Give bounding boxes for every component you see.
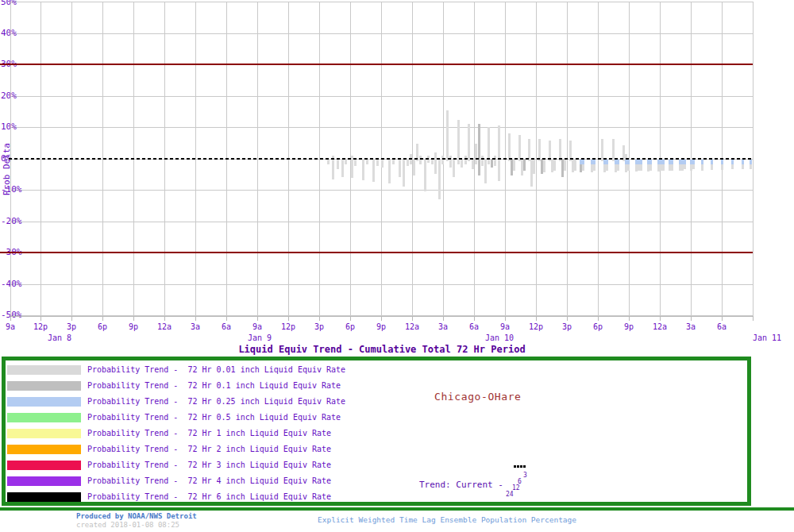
probability-delta-bar-blue-cap: [692, 160, 695, 164]
probability-delta-bar: [372, 159, 375, 182]
legend-item-label: Probability Trend - 72 Hr 0.01 inch Liqu…: [87, 365, 345, 375]
probability-delta-bar: [478, 124, 480, 175]
chart-title: Liquid Equiv Trend - Cumulative Total 72…: [238, 344, 525, 355]
probability-delta-bar: [481, 156, 484, 166]
day-label: Jan 11: [753, 333, 781, 342]
legend-item-label: Probability Trend - 72 Hr 0.5 inch Liqui…: [87, 413, 341, 422]
probability-delta-bar: [461, 159, 463, 168]
reference-line-30pct: [0, 64, 753, 65]
probability-delta-bar: [424, 159, 426, 191]
probability-delta-bar: [354, 159, 357, 166]
legend-item-label: Probability Trend - 72 Hr 0.25 inch Liqu…: [87, 397, 345, 407]
x-axis-tick-label: 9p: [129, 322, 138, 331]
y-axis-label: Prob Delta: [2, 143, 12, 195]
probability-delta-bar: [494, 156, 496, 166]
legend-swatch: [7, 413, 81, 422]
legend-swatch: [7, 397, 81, 407]
trend-dot-icon: [523, 465, 526, 468]
probability-delta-bar: [381, 159, 384, 168]
day-label: Jan 8: [48, 333, 71, 342]
probability-delta-bar: [475, 144, 477, 164]
trend-current-label: Trend: Current -: [419, 480, 503, 490]
probability-delta-bar: [464, 156, 467, 164]
probability-delta-bar: [434, 152, 437, 174]
x-axis-tick-label: 9a: [252, 322, 262, 331]
y-axis-tick-label: 10%: [1, 122, 17, 131]
x-axis-tick-mark: [753, 316, 754, 321]
probability-delta-bar-blue-cap: [671, 160, 673, 164]
legend-item-label: Probability Trend - 72 Hr 1 inch Liquid …: [87, 429, 331, 438]
y-axis-tick-label: 40%: [1, 29, 17, 37]
probability-delta-bar: [337, 159, 339, 169]
probability-delta-bar-blue-cap: [684, 160, 686, 164]
probability-delta-bar-blue-cap: [711, 160, 713, 164]
legend-swatch: [7, 492, 81, 502]
footer-created-timestamp: created 2018-01-08 08:25: [76, 521, 179, 529]
legend-item-label: Probability Trend - 72 Hr 6 inch Liquid …: [87, 492, 331, 502]
probability-delta-bar-blue-cap: [606, 160, 608, 164]
x-axis-tick-label: 3a: [686, 322, 696, 331]
trend-hour-number: 24: [506, 492, 514, 498]
footer-produced-by: Produced by NOAA/NWS Detroit: [76, 512, 197, 520]
x-axis-tick-label: 9p: [624, 322, 634, 331]
x-axis-tick-label: 3a: [191, 322, 200, 331]
probability-delta-bar: [446, 110, 449, 161]
trend-dot-icon: [514, 465, 516, 468]
legend-swatch: [7, 445, 81, 454]
x-axis-tick-label: 6p: [345, 322, 355, 331]
probability-delta-bar: [574, 159, 576, 171]
probability-delta-bar: [403, 159, 405, 187]
probability-delta-bar: [407, 159, 409, 166]
x-axis-tick-label: 6a: [717, 322, 727, 331]
y-axis-tick-label: -20%: [1, 217, 22, 226]
probability-delta-bar: [345, 159, 347, 164]
probability-delta-bar-blue-cap: [662, 160, 665, 164]
x-axis-line: [10, 316, 753, 317]
x-axis-tick-label: 6p: [98, 322, 107, 331]
x-axis-tick-label: 12p: [33, 322, 48, 331]
probability-delta-bar: [362, 159, 364, 180]
zero-line-dashed: [9, 158, 753, 160]
x-axis-tick-label: 12a: [405, 322, 419, 331]
probability-delta-bar: [327, 159, 330, 164]
x-axis-tick-label: 12p: [529, 322, 543, 331]
x-axis-tick-label: 3a: [438, 322, 448, 331]
probability-delta-bar-blue-cap: [649, 160, 652, 164]
legend-swatch: [7, 461, 81, 470]
probability-delta-bar-blue-cap: [701, 160, 703, 164]
probability-delta-bar-blue-cap: [750, 160, 752, 164]
probability-delta-bar: [523, 159, 526, 171]
x-axis-tick-label: 9a: [6, 322, 15, 331]
probability-delta-bar: [419, 156, 422, 164]
legend-item-label: Probability Trend - 72 Hr 0.1 inch Liqui…: [87, 381, 341, 391]
footer-method-label: Explicit Weighted Time Lag Ensemble Popu…: [318, 515, 576, 524]
x-axis-tick-label: 9p: [376, 322, 386, 331]
probability-delta-bar: [472, 159, 474, 169]
weather-probability-chart: 50%40%30%20%10%0%-10%-20%-30%-40%-50%9a1…: [0, 0, 794, 532]
probability-delta-bar: [376, 159, 379, 166]
probability-delta-bar: [508, 133, 511, 161]
trend-dot-icon: [520, 465, 522, 468]
probability-delta-bar: [366, 159, 368, 164]
probability-delta-bar-blue-cap: [742, 160, 744, 164]
probability-delta-bar: [553, 159, 556, 171]
x-axis-tick-label: 3p: [314, 322, 324, 331]
x-axis-tick-label: 6a: [469, 322, 479, 331]
probability-delta-bar: [388, 159, 391, 183]
probability-delta-bar: [564, 159, 566, 171]
gridline-vertical: [753, 2, 754, 316]
x-axis-tick-label: 9a: [500, 322, 510, 331]
probability-delta-bar: [399, 159, 401, 177]
trend-dot-icon: [517, 465, 519, 468]
x-axis-tick-label: 3p: [562, 322, 572, 331]
legend-item-label: Probability Trend - 72 Hr 2 inch Liquid …: [87, 445, 331, 454]
probability-delta-bar-blue-cap: [640, 160, 642, 164]
footer-divider: [0, 507, 794, 511]
x-axis-tick-label: 6p: [593, 322, 603, 331]
legend-swatch: [7, 429, 81, 438]
trend-dots-icon: [514, 456, 526, 471]
x-axis-tick-label: 12a: [157, 322, 172, 331]
legend-item-label: Probability Trend - 72 Hr 4 inch Liquid …: [87, 476, 331, 486]
day-label: Jan 10: [485, 333, 514, 342]
probability-delta-bar: [468, 124, 470, 161]
